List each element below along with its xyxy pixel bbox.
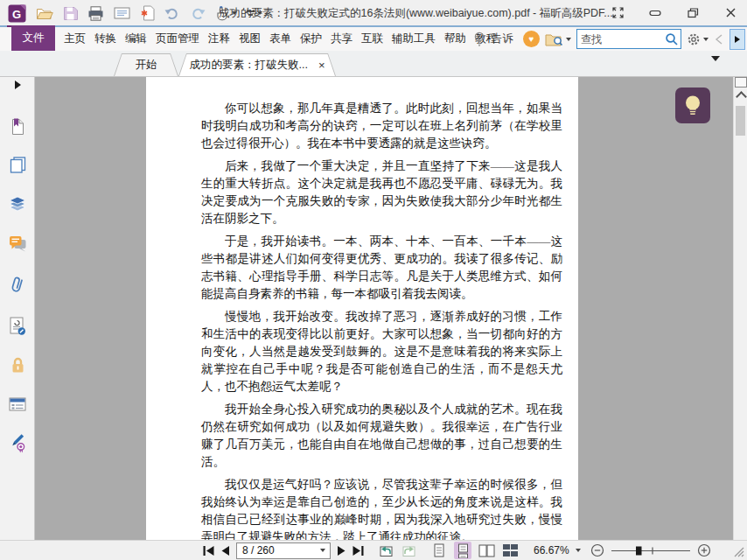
- expand-toolbar-button[interactable]: [730, 29, 745, 50]
- tab-close-icon[interactable]: ×: [318, 60, 325, 71]
- tab-document-label: 成功的要素：打破失败...: [190, 58, 308, 73]
- page-indicator-value: 8 / 260: [242, 544, 275, 556]
- open-icon[interactable]: [36, 6, 53, 20]
- digital-signatures-icon[interactable]: [0, 317, 35, 335]
- tab-document[interactable]: 成功的要素：打破失败... ×: [178, 53, 336, 76]
- document-tab-bar: 开始 成功的要素：打破失败... ×: [0, 51, 747, 77]
- scroll-up-icon[interactable]: [736, 91, 747, 102]
- folder-search-dropdown-caret[interactable]: [566, 38, 571, 41]
- zoom-slider[interactable]: [611, 545, 691, 556]
- settings-gear-icon[interactable]: [687, 32, 709, 46]
- new-star-document-icon[interactable]: [140, 5, 155, 21]
- svg-text:G: G: [12, 7, 21, 20]
- search-box: [576, 29, 681, 49]
- scrollbar-split-handle[interactable]: [735, 77, 747, 88]
- main-area: 你可以想象，那几年真是糟透了。此时此刻，回想当年，如果当时我明白成功和考高分的诀…: [0, 77, 747, 540]
- foxit-pdf-reader-window: { "window": { "title": "成功的要素：打破失败定式的16条…: [0, 0, 747, 560]
- expand-panel-arrow-icon[interactable]: [0, 80, 35, 89]
- tell-me-label[interactable]: 告诉: [492, 32, 518, 46]
- continuous-facing-button[interactable]: [501, 542, 519, 559]
- security-icon[interactable]: [0, 356, 35, 374]
- menu-protect[interactable]: 保护: [296, 32, 326, 46]
- first-page-button[interactable]: [202, 546, 215, 556]
- menu-connect[interactable]: 互联: [357, 32, 387, 46]
- window-controls: [610, 0, 738, 25]
- menu-convert[interactable]: 转换: [90, 32, 121, 46]
- collapse-chevron-icon[interactable]: [714, 33, 724, 46]
- status-controls: 8 / 260: [202, 541, 711, 560]
- zoom-slider-thumb: [636, 546, 642, 555]
- print-icon[interactable]: [87, 6, 104, 21]
- fullscreen-icon[interactable]: [610, 5, 625, 21]
- navigation-panel: [0, 77, 35, 540]
- facing-page-button[interactable]: [478, 542, 495, 559]
- menu-page-management[interactable]: 页面管理: [151, 32, 204, 46]
- heart-glyph: ♥: [529, 35, 534, 44]
- expand-arrow-icon: [735, 36, 740, 43]
- paragraph: 你可以想象，那几年真是糟透了。此时此刻，回想当年，如果当时我明白成功和考高分的诀…: [201, 100, 562, 152]
- resize-grip[interactable]: [734, 547, 744, 557]
- menu-form[interactable]: 表单: [265, 32, 296, 46]
- menu-home[interactable]: 主页: [59, 32, 90, 46]
- zoom-dropdown-caret[interactable]: [576, 549, 581, 552]
- status-bar: 8 / 260: [0, 540, 747, 560]
- tab-list-dropdown-icon[interactable]: [711, 61, 720, 77]
- redo-icon[interactable]: [190, 7, 206, 20]
- search-magnifier-icon[interactable]: [665, 32, 681, 46]
- lightbulb-icon[interactable]: [472, 32, 486, 47]
- page-thumbnails-icon[interactable]: [0, 157, 35, 173]
- save-icon[interactable]: [63, 6, 78, 21]
- next-view-button[interactable]: [401, 543, 416, 557]
- lightbulb-glyph-icon: [683, 94, 702, 117]
- folder-search-icon[interactable]: [545, 32, 571, 46]
- single-page-button[interactable]: [430, 542, 448, 559]
- paragraph: 我仅仅是运气好吗？应该说，尽管我这辈子幸运的时候很多，但我始终认为幸运是靠自己创…: [201, 476, 562, 540]
- menu-comment[interactable]: 注释: [204, 32, 234, 46]
- page-number-input[interactable]: 8 / 260: [236, 542, 331, 559]
- minimize-icon[interactable]: [647, 5, 663, 21]
- bookmarks-icon[interactable]: [0, 118, 35, 136]
- close-icon[interactable]: [723, 5, 738, 21]
- ribbon-tabs: 主页 转换 编辑 页面管理 注释 视图 表单 保护 共享 互联 辅助工具 帮助 …: [59, 27, 501, 51]
- menu-bar: 文件 主页 转换 编辑 页面管理 注释 视图 表单 保护 共享 互联 辅助工具 …: [0, 27, 747, 51]
- last-page-button[interactable]: [352, 546, 365, 556]
- zoom-in-button[interactable]: [697, 543, 711, 557]
- scrollbar-thumb[interactable]: [736, 106, 745, 136]
- page-dropdown-caret[interactable]: [320, 549, 325, 552]
- settings-dropdown-caret[interactable]: [703, 38, 709, 41]
- continuous-page-button[interactable]: [454, 542, 471, 559]
- search-input[interactable]: [577, 33, 665, 46]
- attachments-icon[interactable]: [0, 275, 35, 294]
- window-title: 成功的要素：打破失败定式的16条法则(www.weibaiyue.com).pd…: [219, 6, 614, 21]
- tab-start[interactable]: 开始: [114, 53, 178, 76]
- undo-icon[interactable]: [164, 7, 180, 20]
- layers-icon[interactable]: [0, 196, 35, 212]
- email-icon[interactable]: [114, 7, 130, 19]
- menu-view[interactable]: 视图: [234, 32, 265, 46]
- prev-page-button[interactable]: [221, 546, 230, 556]
- vertical-scrollbar[interactable]: [733, 77, 747, 540]
- restore-icon[interactable]: [685, 5, 701, 21]
- next-page-button[interactable]: [337, 546, 346, 556]
- paragraph: 慢慢地，我开始改变。我改掉了恶习，逐渐养成好的习惯，工作和生活中的表现变得比以前…: [201, 308, 562, 396]
- zoom-level-value[interactable]: 66.67%: [534, 544, 569, 556]
- tab-start-label: 开始: [136, 58, 157, 73]
- menu-help[interactable]: 帮助: [440, 32, 471, 46]
- field-panel-icon[interactable]: [0, 397, 35, 411]
- menu-accessibility[interactable]: 辅助工具: [387, 32, 440, 46]
- comments-icon[interactable]: [0, 235, 35, 252]
- document-canvas[interactable]: 你可以想象，那几年真是糟透了。此时此刻，回想当年，如果当时我明白成功和考高分的诀…: [35, 77, 733, 540]
- heart-icon[interactable]: ♥: [523, 31, 540, 47]
- page-text: 你可以想象，那几年真是糟透了。此时此刻，回想当年，如果当时我明白成功和考高分的诀…: [146, 77, 578, 540]
- foxit-logo[interactable]: G: [8, 4, 26, 23]
- paragraph: 于是，我开始读书。一本、两本、十本、一百本、一千本——这些书都是讲述人们如何变得…: [201, 233, 562, 303]
- menu-edit[interactable]: 编辑: [121, 32, 151, 46]
- paragraph: 后来，我做了一个重大决定，并且一直坚持了下来——这是我人生的重大转折点。这个决定…: [201, 158, 562, 228]
- previous-view-button[interactable]: [379, 543, 394, 557]
- sign-icon[interactable]: [0, 434, 35, 453]
- menu-share[interactable]: 共享: [326, 32, 357, 46]
- paragraph: 我开始全身心投入研究成功的奥秘以及个人成就的艺术。现在我仍然在研究如何成功（以及…: [201, 401, 562, 471]
- zoom-out-button[interactable]: [590, 543, 604, 557]
- menu-file[interactable]: 文件: [11, 25, 55, 51]
- assistant-lightbulb-button[interactable]: [675, 88, 710, 123]
